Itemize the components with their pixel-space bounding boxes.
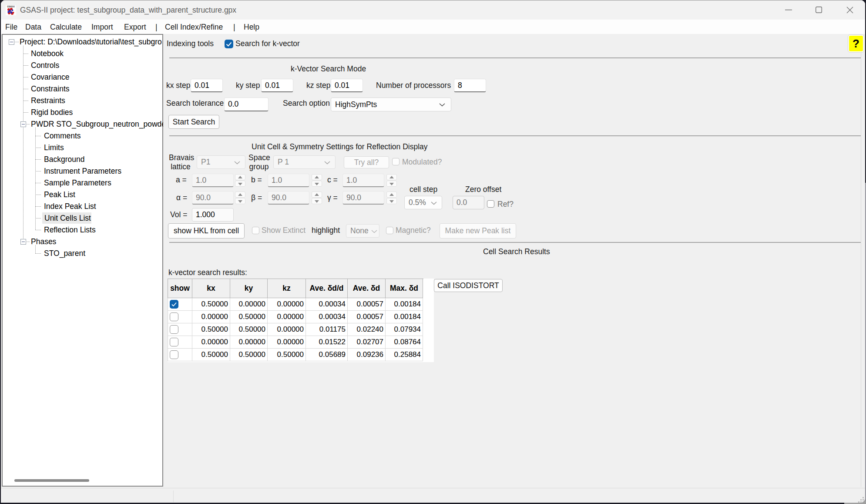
svg-text:GSAS-II: GSAS-II xyxy=(7,6,15,8)
